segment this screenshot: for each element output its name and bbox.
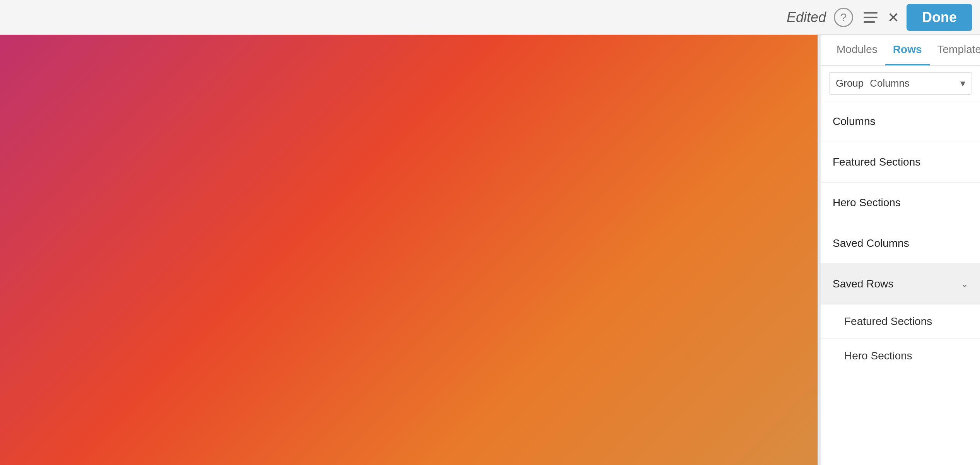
dropdown-item-hero-sections[interactable]: Hero Sections: [821, 183, 980, 223]
dropdown-list: Columns Featured Sections Hero Sections …: [821, 101, 980, 465]
tab-rows[interactable]: Rows: [885, 35, 930, 65]
group-selector: Group Columns ▾: [821, 66, 980, 101]
tab-modules[interactable]: Modules: [829, 35, 885, 65]
dropdown-subitem-hero-sections[interactable]: Hero Sections: [821, 339, 980, 373]
top-bar: Edited ? × Done: [0, 0, 980, 35]
sidebar: Modules Rows Templates Saved: [818, 35, 980, 465]
chevron-down-icon: ▾: [960, 77, 965, 89]
dropdown-item-columns[interactable]: Columns: [821, 101, 980, 142]
group-columns-dropdown[interactable]: Group Columns ▾: [829, 72, 972, 95]
sidebar-divider: [818, 35, 821, 465]
saved-rows-chevron-icon: ⌄: [961, 279, 968, 289]
canvas-area: [0, 35, 818, 465]
dropdown-subitem-featured-sections[interactable]: Featured Sections: [821, 304, 980, 339]
list-icon[interactable]: [861, 8, 880, 27]
dropdown-item-saved-rows[interactable]: Saved Rows ⌄: [821, 264, 980, 304]
close-icon[interactable]: ×: [888, 8, 899, 27]
tab-templates[interactable]: Templates: [930, 35, 980, 65]
group-label: Group: [836, 77, 864, 89]
main-content: Modules Rows Templates Saved: [0, 35, 980, 465]
tabs-row: Modules Rows Templates Saved: [821, 35, 980, 66]
help-icon[interactable]: ?: [834, 8, 853, 27]
columns-label: Columns: [870, 77, 910, 89]
sidebar-main: Modules Rows Templates Saved: [821, 35, 980, 465]
edited-label: Edited: [787, 9, 826, 26]
dropdown-item-featured-sections[interactable]: Featured Sections: [821, 142, 980, 183]
dropdown-item-saved-columns[interactable]: Saved Columns: [821, 223, 980, 264]
done-button[interactable]: Done: [907, 4, 972, 31]
